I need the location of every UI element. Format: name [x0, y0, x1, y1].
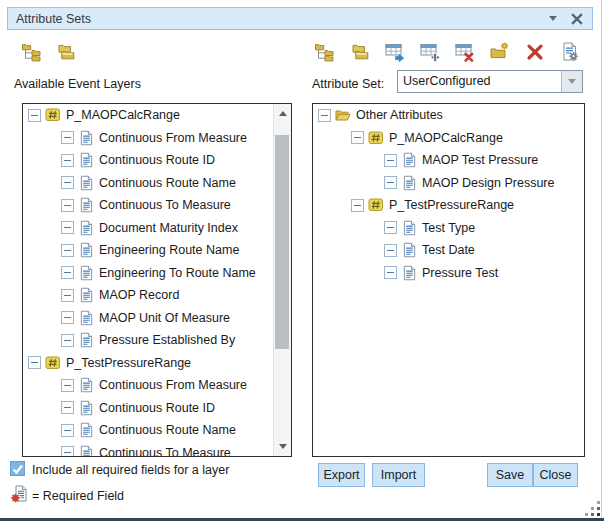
tree-item[interactable]: P_MAOPCalcRange — [313, 127, 584, 150]
tree-item[interactable]: Continuous To Measure — [23, 194, 274, 217]
tree-item-label: MAOP Record — [99, 288, 179, 302]
tree-item[interactable]: Continuous Route Name — [23, 419, 274, 442]
tree-item[interactable]: Pressure Established By — [23, 329, 274, 352]
tree-item[interactable]: Continuous From Measure — [23, 127, 274, 150]
collapse-toggle[interactable] — [61, 199, 74, 212]
toolbar-left — [21, 41, 76, 62]
table-export-button[interactable] — [384, 41, 405, 62]
tree-item[interactable]: Other Attributes — [313, 104, 584, 127]
collapse-toggle[interactable] — [384, 154, 397, 167]
vertical-scrollbar[interactable] — [273, 104, 291, 456]
tree-item-label: Continuous Route Name — [99, 423, 236, 437]
tree-item[interactable]: Continuous Route ID — [23, 397, 274, 420]
tree-item[interactable]: MAOP Design Pressure — [313, 172, 584, 195]
tree-item-label: Engineering To Route Name — [99, 266, 256, 280]
folder-tree-button[interactable] — [21, 41, 42, 62]
collapse-toggle[interactable] — [61, 379, 74, 392]
tree-item[interactable]: P_TestPressureRange — [23, 352, 274, 375]
table-remove-button[interactable] — [454, 41, 475, 62]
tree-item[interactable]: MAOP Unit Of Measure — [23, 307, 274, 330]
folder-tree-button[interactable] — [314, 41, 335, 62]
delete-button[interactable] — [524, 41, 545, 62]
collapse-toggle[interactable] — [61, 401, 74, 414]
collapse-toggle[interactable] — [384, 176, 397, 189]
tree-item-label: Test Type — [422, 221, 475, 235]
resize-grip[interactable] — [585, 501, 603, 519]
tree-item[interactable]: MAOP Test Pressure — [313, 149, 584, 172]
tree-item[interactable]: Test Type — [313, 217, 584, 240]
tree-item-label: Continuous From Measure — [99, 131, 247, 145]
collapse-toggle[interactable] — [384, 266, 397, 279]
collapse-toggle[interactable] — [28, 356, 41, 369]
scroll-down-icon[interactable] — [274, 438, 291, 455]
folders-button[interactable] — [55, 41, 76, 62]
collapse-toggle[interactable] — [61, 221, 74, 234]
field-icon — [401, 175, 417, 191]
field-icon — [78, 445, 94, 456]
tree-item[interactable]: Engineering To Route Name — [23, 262, 274, 285]
collapse-toggle[interactable] — [318, 109, 331, 122]
collapse-toggle[interactable] — [61, 176, 74, 189]
dialog-titlebar[interactable]: Attribute Sets — [7, 7, 593, 30]
toolbar-right — [314, 41, 580, 62]
scrollbar-thumb[interactable] — [275, 135, 289, 349]
tree-item-label: Continuous Route ID — [99, 401, 215, 415]
collapse-toggle[interactable] — [351, 131, 364, 144]
attribute-set-tree: Other Attributes P_MAOPCalcRange MAOP Te… — [313, 104, 584, 456]
tree-item[interactable]: P_TestPressureRange — [313, 194, 584, 217]
available-event-layers-label: Available Event Layers — [14, 77, 141, 91]
collapse-toggle[interactable] — [384, 244, 397, 257]
event-layer-icon — [45, 355, 61, 371]
tree-item[interactable]: MAOP Record — [23, 284, 274, 307]
import-button[interactable]: Import — [372, 463, 425, 487]
field-icon — [78, 422, 94, 438]
collapse-toggle[interactable] — [384, 221, 397, 234]
tree-item[interactable]: Continuous To Measure — [23, 442, 274, 457]
collapse-toggle[interactable] — [61, 424, 74, 437]
report-settings-button[interactable] — [559, 41, 580, 62]
collapse-toggle[interactable] — [61, 244, 74, 257]
event-layer-icon — [45, 107, 61, 123]
attribute-set-panel: Other Attributes P_MAOPCalcRange MAOP Te… — [312, 103, 585, 457]
field-icon — [78, 265, 94, 281]
table-add-button[interactable] — [419, 41, 440, 62]
scroll-up-icon[interactable] — [274, 105, 291, 122]
collapse-toggle[interactable] — [61, 131, 74, 144]
folders-button[interactable] — [349, 41, 370, 62]
collapse-toggle[interactable] — [61, 311, 74, 324]
tree-item[interactable]: Continuous From Measure — [23, 374, 274, 397]
field-icon — [78, 152, 94, 168]
tree-item-label: MAOP Test Pressure — [422, 153, 538, 167]
collapse-toggle[interactable] — [61, 289, 74, 302]
field-icon — [401, 265, 417, 281]
tree-item[interactable]: Test Date — [313, 239, 584, 262]
checkmark-icon — [11, 462, 24, 475]
tree-item-label: Continuous Route Name — [99, 176, 236, 190]
chevron-down-icon[interactable] — [561, 71, 582, 92]
tree-item-label: Continuous From Measure — [99, 378, 247, 392]
tree-item[interactable]: Document Maturity Index — [23, 217, 274, 240]
new-folder-button[interactable] — [489, 41, 510, 62]
tree-item[interactable]: P_MAOPCalcRange — [23, 104, 274, 127]
export-button[interactable]: Export — [318, 463, 365, 487]
tree-item-label: Test Date — [422, 243, 475, 257]
collapse-toggle[interactable] — [61, 446, 74, 456]
tree-item[interactable]: Engineering Route Name — [23, 239, 274, 262]
tree-item-label: Other Attributes — [356, 108, 443, 122]
collapse-toggle[interactable] — [28, 109, 41, 122]
tree-item[interactable]: Continuous Route ID — [23, 149, 274, 172]
tree-item-label: P_TestPressureRange — [66, 356, 191, 370]
close-button[interactable]: Close — [533, 463, 578, 487]
close-icon[interactable] — [570, 12, 584, 26]
collapse-toggle[interactable] — [351, 199, 364, 212]
include-required-fields-checkbox[interactable] — [10, 461, 25, 476]
save-button[interactable]: Save — [487, 463, 533, 487]
collapse-toggle[interactable] — [61, 334, 74, 347]
collapse-toggle[interactable] — [61, 266, 74, 279]
attribute-set-select[interactable]: UserConfigured — [397, 70, 583, 93]
tree-item[interactable]: Pressure Test — [313, 262, 584, 285]
field-icon — [78, 377, 94, 393]
collapse-toggle[interactable] — [61, 154, 74, 167]
tree-item[interactable]: Continuous Route Name — [23, 172, 274, 195]
collapse-window-icon[interactable] — [546, 12, 560, 26]
